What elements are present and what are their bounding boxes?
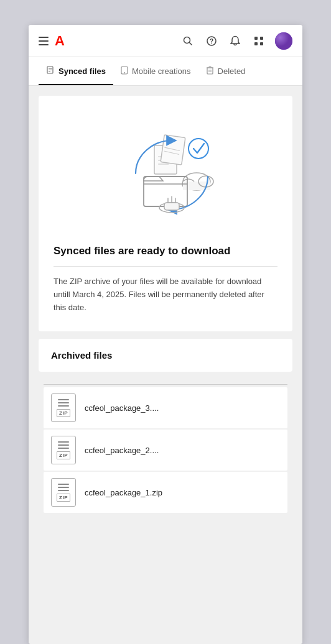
svg-rect-29 <box>161 135 185 165</box>
header: A ? <box>29 25 302 57</box>
svg-rect-6 <box>254 42 258 45</box>
bell-icon[interactable] <box>228 34 243 48</box>
svg-text:?: ? <box>210 38 213 45</box>
svg-rect-15 <box>207 68 213 74</box>
sync-illustration <box>39 96 292 232</box>
file-item[interactable]: ZIP ccfeol_package_1.zip <box>44 472 287 513</box>
tab-synced[interactable]: Synced files <box>39 57 113 85</box>
menu-icon[interactable] <box>39 37 49 45</box>
mobile-tab-icon <box>121 66 128 76</box>
svg-line-1 <box>190 42 192 45</box>
tab-mobile-label: Mobile creations <box>132 67 191 76</box>
sync-title: Synced files are ready to download <box>54 245 277 257</box>
help-icon[interactable]: ? <box>204 34 219 48</box>
archived-card: Archived files <box>39 339 292 372</box>
zip-file-icon-3: ZIP <box>51 478 76 507</box>
app-window: A ? <box>29 25 302 644</box>
svg-rect-34 <box>164 203 179 210</box>
tab-mobile[interactable]: Mobile creations <box>113 57 198 85</box>
tab-deleted[interactable]: Deleted <box>198 57 253 85</box>
file-name-2: ccfeol_package_2.... <box>85 446 159 455</box>
main-content: Synced files are ready to download The Z… <box>29 86 302 644</box>
header-left: A <box>39 34 174 48</box>
svg-point-14 <box>124 72 125 73</box>
svg-rect-4 <box>254 37 258 40</box>
adobe-logo: A <box>55 34 64 48</box>
file-list-section: ZIP ccfeol_package_3.... ZIP ccfeol_pack… <box>39 379 292 514</box>
zip-file-icon-2: ZIP <box>51 436 76 464</box>
tabs-bar: Synced files Mobile creations <box>29 57 302 86</box>
sync-card: Synced files are ready to download The Z… <box>39 96 292 331</box>
sync-description: The ZIP archive of your files will be av… <box>54 275 277 314</box>
zip-file-icon-1: ZIP <box>51 393 76 422</box>
file-item[interactable]: ZIP ccfeol_package_2.... <box>44 430 287 471</box>
search-icon[interactable] <box>180 34 195 48</box>
file-name-1: ccfeol_package_3.... <box>85 403 159 413</box>
archived-title: Archived files <box>51 350 280 361</box>
svg-point-8 <box>275 32 292 50</box>
deleted-tab-icon <box>206 66 214 76</box>
grid-icon[interactable] <box>251 34 266 48</box>
svg-rect-7 <box>260 42 263 45</box>
file-list-divider <box>44 384 287 385</box>
svg-rect-5 <box>260 37 263 40</box>
sync-info: Synced files are ready to download The Z… <box>39 232 292 331</box>
synced-tab-icon <box>46 66 55 76</box>
tab-deleted-label: Deleted <box>218 67 246 76</box>
file-name-3: ccfeol_package_1.zip <box>85 488 162 497</box>
file-item[interactable]: ZIP ccfeol_package_3.... <box>44 387 287 428</box>
svg-point-32 <box>189 139 208 159</box>
header-icons: ? <box>180 32 292 50</box>
tab-synced-label: Synced files <box>58 67 106 76</box>
avatar[interactable] <box>275 32 292 50</box>
